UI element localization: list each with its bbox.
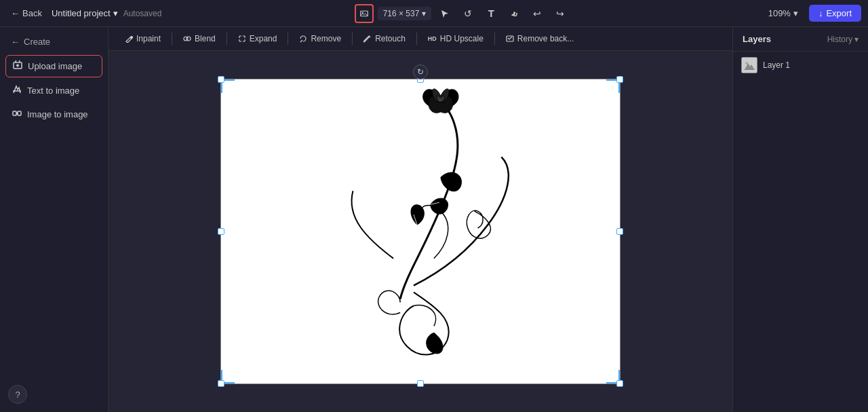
- remove-back-button[interactable]: Remove back...: [499, 31, 580, 46]
- retouch-button[interactable]: Retouch: [357, 31, 412, 46]
- layer-thumbnail: [741, 57, 757, 73]
- project-name[interactable]: Untitled project ▾: [52, 8, 118, 18]
- layers-header: Layers History ▾: [733, 27, 868, 52]
- divider-6: [494, 33, 495, 45]
- zoom-value: 109%: [768, 8, 791, 18]
- sidebar-item-upload-image[interactable]: Upload image: [5, 55, 102, 77]
- main-area: ← Create Upload image Text to image: [0, 27, 868, 412]
- export-label: Export: [826, 8, 852, 18]
- rotate-icon: ↺: [464, 8, 472, 19]
- toolbar-strip: Inpaint Blend Expand: [108, 27, 732, 51]
- refresh-button[interactable]: ↻: [413, 64, 428, 79]
- image-to-image-icon: [12, 109, 22, 120]
- canvas-wrapper: ↻: [108, 51, 732, 412]
- upload-image-icon: [13, 60, 22, 72]
- create-section-title: ← Create: [5, 34, 102, 52]
- remove-back-label: Remove back...: [517, 34, 574, 43]
- svg-point-7: [186, 37, 191, 41]
- resize-handle-bm[interactable]: [417, 380, 424, 387]
- topbar-right: 109% ▾ ↓ Export: [763, 5, 861, 22]
- hd-icon: HD: [428, 35, 437, 42]
- refresh-icon-glyph: ↻: [417, 67, 424, 77]
- text-icon: T: [488, 7, 494, 19]
- undo-button[interactable]: ↩: [528, 4, 547, 23]
- zoom-control[interactable]: 109% ▾: [763, 6, 804, 20]
- zoom-chevron-icon: ▾: [793, 8, 798, 18]
- inpaint-label: Inpaint: [136, 34, 161, 43]
- create-label: Create: [24, 37, 50, 47]
- image-to-image-label: Image to image: [27, 109, 88, 119]
- svg-point-5: [131, 37, 133, 39]
- link-tool-button[interactable]: [505, 4, 524, 23]
- resize-handle-tr[interactable]: [616, 76, 623, 83]
- topbar-center: 716 × 537 ▾ ↺ T ↩ ↪: [168, 4, 755, 23]
- divider-4: [352, 33, 353, 45]
- svg-point-11: [745, 62, 748, 64]
- canvas-artwork: [221, 79, 620, 383]
- undo-icon: ↩: [533, 8, 541, 19]
- sidebar-left: ← Create Upload image Text to image: [0, 27, 108, 412]
- layer-item[interactable]: Layer 1: [733, 52, 868, 79]
- expand-button[interactable]: Expand: [231, 31, 284, 46]
- image-tool-button[interactable]: [355, 4, 374, 23]
- topbar: ← Back Untitled project ▾ Autosaved 716 …: [0, 0, 868, 27]
- expand-label: Expand: [250, 34, 277, 43]
- resize-handle-bl[interactable]: [218, 380, 224, 387]
- resize-handle-br[interactable]: [616, 380, 623, 387]
- resize-handle-ml[interactable]: [218, 228, 224, 235]
- remove-button[interactable]: Remove: [292, 31, 348, 46]
- canvas-size-chevron-icon: ▾: [422, 9, 426, 18]
- layers-title: Layers: [743, 34, 771, 44]
- blend-label: Blend: [195, 34, 216, 43]
- back-arrow-icon: ←: [11, 37, 20, 47]
- text-to-image-icon: [12, 85, 22, 96]
- canvas-area: Inpaint Blend Expand: [108, 27, 732, 412]
- history-button[interactable]: History ▾: [827, 35, 859, 44]
- sidebar-item-image-to-image[interactable]: Image to image: [5, 104, 102, 125]
- help-button[interactable]: ?: [8, 385, 27, 404]
- resize-handle-tl[interactable]: [218, 76, 224, 83]
- divider-2: [226, 33, 227, 45]
- export-download-icon: ↓: [818, 8, 823, 18]
- remove-label: Remove: [311, 34, 341, 43]
- layer-name: Layer 1: [763, 60, 790, 70]
- history-label: History: [827, 35, 852, 44]
- divider-1: [172, 33, 172, 45]
- redo-icon: ↪: [556, 8, 564, 19]
- help-icon: ?: [15, 390, 20, 400]
- upload-image-label: Upload image: [28, 61, 82, 71]
- rotate-tool-button[interactable]: ↺: [458, 4, 477, 23]
- export-button[interactable]: ↓ Export: [809, 5, 861, 22]
- blend-button[interactable]: Blend: [176, 31, 222, 46]
- upscale-button[interactable]: HD HD Upscale: [421, 31, 490, 46]
- retouch-label: Retouch: [375, 34, 406, 43]
- text-to-image-label: Text to image: [27, 86, 79, 96]
- back-label: Back: [22, 8, 42, 18]
- text-tool-button[interactable]: T: [481, 4, 500, 23]
- canvas-frame[interactable]: ↻: [220, 79, 620, 384]
- divider-3: [288, 33, 288, 45]
- history-chevron-icon: ▾: [854, 35, 859, 44]
- project-chevron-icon: ▾: [113, 8, 118, 18]
- resize-handle-mr[interactable]: [616, 228, 623, 235]
- svg-rect-10: [742, 58, 757, 73]
- topbar-left: ← Back Untitled project ▾ Autosaved: [7, 6, 161, 20]
- autosaved-status: Autosaved: [123, 9, 162, 18]
- back-button[interactable]: ← Back: [7, 6, 46, 20]
- inpaint-button[interactable]: Inpaint: [118, 31, 167, 46]
- back-icon: ←: [11, 8, 20, 18]
- project-title: Untitled project: [52, 8, 111, 18]
- svg-rect-3: [13, 111, 16, 115]
- cursor-tool-button[interactable]: [435, 4, 454, 23]
- upscale-label: HD Upscale: [440, 34, 484, 43]
- canvas-size-label: 716 × 537: [383, 9, 420, 18]
- svg-rect-9: [221, 79, 619, 383]
- redo-button[interactable]: ↪: [551, 4, 570, 23]
- sidebar-right: Layers History ▾ Layer 1: [732, 27, 868, 412]
- divider-5: [416, 33, 417, 45]
- canvas-size-display[interactable]: 716 × 537 ▾: [378, 7, 432, 20]
- sidebar-item-text-to-image[interactable]: Text to image: [5, 80, 102, 101]
- svg-rect-0: [360, 11, 368, 16]
